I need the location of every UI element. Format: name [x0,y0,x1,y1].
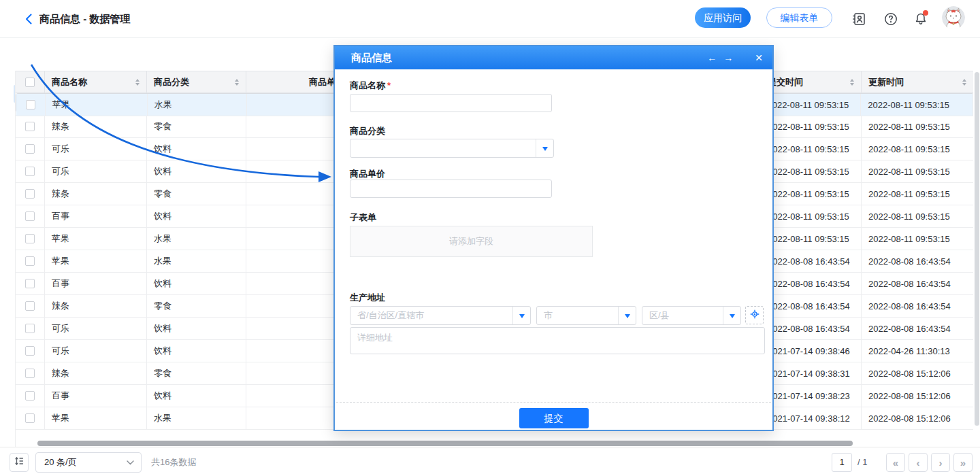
cell-name: 辣条 [45,295,147,318]
column-header-submit_time[interactable]: 提交时间 [761,71,862,93]
notifications-icon[interactable] [913,12,928,27]
column-label: 商品分类 [154,76,189,88]
avatar[interactable] [942,6,965,29]
cell-select [16,362,45,385]
page-total: / 1 [858,447,867,476]
cell-submit_time: 2022-08-11 09:53:15 [761,138,862,160]
close-icon[interactable]: ✕ [755,52,763,63]
cell-name: 苹果 [45,250,147,273]
name-input[interactable] [350,94,552,112]
select-all-checkbox[interactable] [25,78,35,87]
cell-category: 饮料 [147,205,246,228]
cell-select [16,205,45,228]
sort-icon[interactable] [235,79,239,86]
top-bar: 商品信息 - 数据管理 应用访问 编辑表单 [0,0,980,38]
dialog-header[interactable]: 商品信息 ← → ✕ [335,46,772,69]
cell-category: 饮料 [147,340,246,362]
app-access-button[interactable]: 应用访问 [695,7,751,28]
cell-update_time: 2022-08-11 09:53:15 [862,183,973,205]
cell-update_time: 2022-08-11 09:53:15 [862,116,973,138]
column-label: 商品名称 [52,76,87,88]
table-footer: 20 条/页 共16条数据 1 / 1 « ‹ › » [0,447,980,476]
cell-update_time: 2022-08-08 16:43:54 [862,318,973,340]
row-checkbox[interactable] [25,324,35,333]
cell-submit_time: 2021-07-14 09:38:31 [761,362,862,385]
column-header-update_time[interactable]: 更新时间 [862,71,973,93]
sort-icon[interactable] [850,79,854,86]
locate-button[interactable] [745,306,764,324]
cell-select [16,160,45,183]
cell-name: 可乐 [45,160,147,183]
row-checkbox[interactable] [25,346,35,356]
page-input[interactable]: 1 [832,453,852,472]
cell-select [16,183,45,205]
city-select[interactable]: 市 [536,306,636,325]
next-record-icon[interactable]: → [723,52,733,63]
cell-update_time: 2022-08-08 15:12:06 [862,362,973,385]
cell-update_time: 2022-08-11 09:53:15 [861,94,973,116]
cell-submit_time: 2022-08-08 16:43:54 [761,295,862,318]
edit-form-button[interactable]: 编辑表单 [766,7,832,28]
district-select[interactable]: 区/县 [642,306,741,325]
chevron-down-icon [536,139,553,157]
cell-submit_time: 2022-08-11 09:53:15 [761,205,862,228]
row-checkbox[interactable] [25,167,35,176]
vertical-scrollbar[interactable] [975,72,979,426]
cell-submit_time: 2021-07-14 09:38:12 [761,407,862,430]
price-input[interactable] [350,180,552,198]
cell-name: 辣条 [45,362,147,385]
cell-category: 饮料 [147,385,246,407]
location-target-icon [750,309,760,322]
last-page-button[interactable]: » [953,453,973,472]
category-select[interactable] [350,139,554,158]
cell-name: 辣条 [45,116,147,138]
detail-address-input[interactable]: 详细地址 [350,327,765,354]
row-checkbox[interactable] [25,413,35,423]
sort-icon[interactable] [135,79,140,86]
product-form-dialog: 商品信息 ← → ✕ 商品名称* 商品分类 商品单价 子表单 请添加字段 生产地… [333,45,774,431]
submit-button[interactable]: 提交 [519,408,589,428]
contacts-icon[interactable] [851,12,866,27]
help-icon[interactable] [883,12,898,27]
cell-name: 百事 [45,205,147,228]
row-checkbox[interactable] [25,391,35,401]
cell-name: 百事 [45,385,147,407]
cell-category: 饮料 [147,318,246,340]
row-checkbox[interactable] [25,279,35,288]
row-height-button[interactable] [10,453,29,472]
select-all-header-cell[interactable] [16,71,45,93]
row-checkbox[interactable] [25,256,35,266]
cell-select [16,295,45,318]
prev-record-icon[interactable]: ← [707,52,717,63]
row-checkbox[interactable] [25,144,35,154]
row-checkbox[interactable] [25,369,35,378]
column-header-category[interactable]: 商品分类 [147,71,246,93]
column-header-name[interactable]: 商品名称 [45,71,147,93]
row-checkbox[interactable] [25,301,35,311]
name-field-label: 商品名称* [350,80,391,92]
cell-name: 可乐 [45,318,147,340]
cell-name: 苹果 [45,228,147,250]
cell-category: 水果 [148,94,247,116]
row-checkbox[interactable] [25,234,35,243]
cell-submit_time: 2022-08-08 16:43:54 [761,273,862,295]
province-select[interactable]: 省/自治区/直辖市 [350,306,531,325]
prev-page-button[interactable]: ‹ [909,453,928,472]
cell-select [16,318,45,340]
first-page-button[interactable]: « [886,453,905,472]
back-button[interactable] [22,12,37,27]
row-checkbox[interactable] [25,122,35,131]
row-checkbox[interactable] [25,211,35,221]
row-checkbox[interactable] [25,189,35,199]
row-checkbox[interactable] [26,100,35,109]
subform-placeholder: 请添加字段 [449,235,493,248]
page-title: 商品信息 - 数据管理 [39,0,130,38]
subform-dropzone[interactable]: 请添加字段 [350,226,593,257]
cell-name: 苹果 [45,407,147,430]
page-size-select[interactable]: 20 条/页 [35,452,142,473]
cell-update_time: 2022-08-08 16:43:54 [862,273,973,295]
next-page-button[interactable]: › [931,453,950,472]
horizontal-scrollbar[interactable] [37,441,853,446]
chevron-down-icon [723,307,740,324]
sort-icon[interactable] [962,79,966,86]
